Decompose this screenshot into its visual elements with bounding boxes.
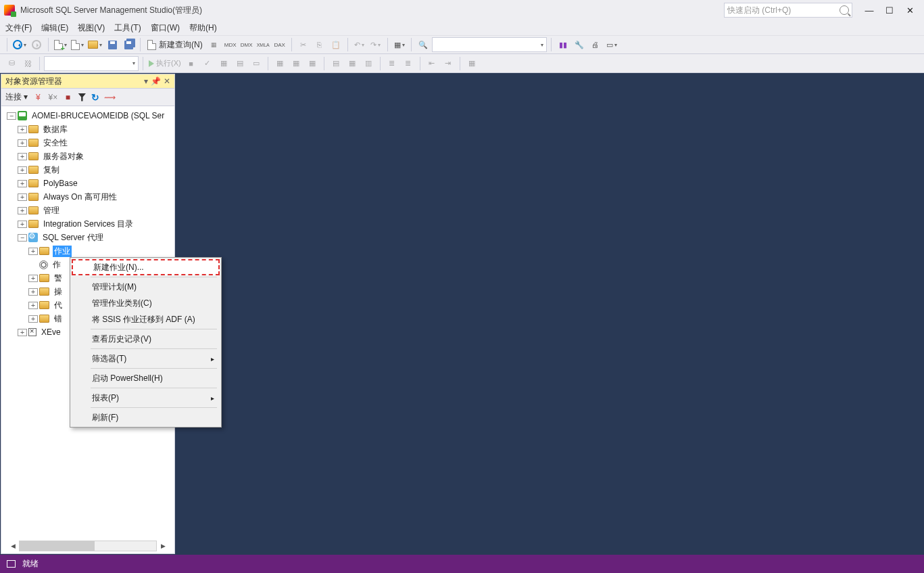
menu-edit[interactable]: 编辑(E) bbox=[41, 22, 68, 34]
menu-start-powershell[interactable]: 启动 PowerShell(H) bbox=[72, 370, 220, 386]
results-to-file-button: ▥ bbox=[361, 56, 376, 71]
panel-options-button[interactable]: ▾ bbox=[144, 76, 148, 86]
stop-button: ■ bbox=[184, 56, 199, 71]
close-button[interactable]: ✕ bbox=[900, 3, 920, 18]
panel-close-button[interactable]: ✕ bbox=[164, 76, 170, 86]
scroll-right-button[interactable]: ▶ bbox=[157, 541, 168, 551]
intellisense-button: ▭ bbox=[249, 56, 264, 71]
menu-manage-schedules[interactable]: 管理计划(M) bbox=[72, 279, 220, 295]
menu-help[interactable]: 帮助(H) bbox=[189, 22, 217, 34]
maximize-button[interactable]: ☐ bbox=[879, 3, 900, 18]
menu-window[interactable]: 窗口(W) bbox=[151, 22, 180, 34]
estimated-plan-button: ▦ bbox=[216, 56, 231, 71]
status-bar: 就绪 bbox=[0, 555, 924, 573]
xevent-icon bbox=[28, 328, 37, 336]
disconnect-icon[interactable]: ¥× bbox=[48, 93, 57, 102]
tree-security-node[interactable]: +安全性 bbox=[1, 136, 174, 150]
agent-icon bbox=[28, 233, 38, 242]
minimize-button[interactable]: — bbox=[859, 3, 879, 18]
connect-button[interactable]: 连接 ▾ bbox=[5, 91, 28, 103]
tree-server-node[interactable]: −AOMEI-BRUCE\AOMEIDB (SQL Ser bbox=[1, 109, 174, 122]
db-engine-query-button[interactable]: ▦ bbox=[207, 37, 222, 52]
menu-bar: 文件(F) 编辑(E) 视图(V) 工具(T) 窗口(W) 帮助(H) bbox=[0, 20, 924, 35]
menu-migrate-ssis[interactable]: 将 SSIS 作业迁移到 ADF (A) bbox=[72, 311, 220, 327]
panel-pin-button[interactable]: 📌 bbox=[151, 76, 161, 86]
execute-label: 执行(X) bbox=[156, 58, 181, 68]
tree-sql-agent-node[interactable]: −SQL Server 代理 bbox=[1, 231, 174, 244]
statusbar-icon bbox=[7, 560, 16, 568]
menu-view[interactable]: 视图(V) bbox=[78, 22, 105, 34]
menu-new-job[interactable]: 新建作业(N)... bbox=[72, 259, 220, 275]
new-query-button[interactable]: 新建查询(N) bbox=[145, 39, 205, 51]
quick-launch-input[interactable]: 快速启动 (Ctrl+Q) bbox=[724, 3, 852, 18]
query-icon bbox=[147, 40, 156, 50]
extension-button[interactable]: ▮▮ bbox=[556, 37, 570, 52]
scrollbar-thumb[interactable] bbox=[20, 541, 95, 551]
find-combo[interactable]: ▾ bbox=[432, 37, 547, 52]
activity-icon[interactable]: ⟿ bbox=[105, 93, 114, 102]
menu-separator bbox=[91, 329, 217, 329]
nav-back-button[interactable] bbox=[11, 37, 28, 52]
open-file-button[interactable] bbox=[87, 37, 103, 52]
folder-icon bbox=[39, 247, 49, 255]
xmla-query-button[interactable]: XMLA bbox=[256, 37, 271, 52]
window-layout-button[interactable]: ▭ bbox=[604, 37, 619, 52]
database-combo[interactable]: ▾ bbox=[44, 56, 139, 71]
mdx-query-button[interactable]: MDX bbox=[223, 37, 238, 52]
menu-tools[interactable]: 工具(T) bbox=[114, 22, 141, 34]
tree-management-node[interactable]: +管理 bbox=[1, 204, 174, 217]
tree-always-on-node[interactable]: +Always On 高可用性 bbox=[1, 190, 174, 204]
tree-polybase-node[interactable]: +PolyBase bbox=[1, 177, 174, 190]
object-explorer-toolbar: 连接 ▾ ¥ ¥× ■ ↻ ⟿ bbox=[1, 89, 174, 106]
menu-filter[interactable]: 筛选器(T) bbox=[72, 350, 220, 367]
menu-refresh[interactable]: 刷新(F) bbox=[72, 409, 220, 426]
results-to-text-button: ▤ bbox=[329, 56, 343, 71]
object-explorer-titlebar: 对象资源管理器 ▾ 📌 ✕ bbox=[1, 74, 174, 89]
scroll-left-button[interactable]: ◀ bbox=[7, 541, 18, 551]
filter-icon[interactable] bbox=[78, 93, 86, 101]
comment-button: ≣ bbox=[385, 56, 399, 71]
tree-integration-node[interactable]: +Integration Services 目录 bbox=[1, 217, 174, 231]
specify-values-button: ▦ bbox=[464, 56, 479, 71]
new-query-label: 新建查询(N) bbox=[159, 39, 203, 51]
menu-separator bbox=[91, 388, 217, 388]
menu-separator bbox=[91, 348, 217, 349]
new-item-button[interactable] bbox=[70, 37, 85, 52]
save-all-button[interactable] bbox=[121, 37, 136, 52]
undo-button: ↶ bbox=[352, 37, 367, 52]
new-project-button[interactable] bbox=[53, 37, 68, 52]
find-button[interactable]: 🔍 bbox=[416, 37, 431, 52]
app-icon bbox=[4, 5, 15, 16]
print-button[interactable]: 🖨 bbox=[588, 37, 603, 52]
tree-jobs-node[interactable]: +作业 bbox=[1, 244, 174, 258]
dax-query-button[interactable]: DAX bbox=[272, 37, 287, 52]
menu-file[interactable]: 文件(F) bbox=[5, 22, 32, 34]
paste-button: 📋 bbox=[329, 37, 343, 52]
tree-horizontal-scrollbar[interactable]: ◀ ▶ bbox=[19, 541, 157, 551]
folder-icon bbox=[28, 206, 39, 214]
folder-icon bbox=[28, 139, 39, 147]
chart-button[interactable]: ▦ bbox=[392, 37, 407, 52]
folder-icon bbox=[39, 301, 49, 309]
include-actual-plan-button: ▦ bbox=[272, 56, 287, 71]
connect-icon[interactable]: ¥ bbox=[33, 93, 43, 102]
folder-icon bbox=[28, 166, 39, 174]
redo-button: ↷ bbox=[368, 37, 383, 52]
save-button[interactable] bbox=[105, 37, 120, 52]
tree-databases-node[interactable]: +数据库 bbox=[1, 122, 174, 136]
sql-toolbar: ⛁ ⛓ ▾ 执行(X) ■ ✓ ▦ ▤ ▭ ▦ ▦ ▦ ▤ ▦ ▥ ≣ ≣ ⇤ … bbox=[0, 54, 924, 73]
tools-button[interactable]: 🔧 bbox=[572, 37, 587, 52]
folder-icon bbox=[39, 315, 49, 323]
folder-icon bbox=[28, 125, 39, 133]
menu-view-history[interactable]: 查看历史记录(V) bbox=[72, 331, 220, 347]
query-options-button: ▤ bbox=[233, 56, 247, 71]
tree-replication-node[interactable]: +复制 bbox=[1, 163, 174, 177]
dmx-query-button[interactable]: DMX bbox=[239, 37, 254, 52]
menu-reports[interactable]: 报表(P) bbox=[72, 390, 220, 406]
menu-separator bbox=[91, 368, 217, 369]
tree-server-objects-node[interactable]: +服务器对象 bbox=[1, 150, 174, 163]
refresh-icon[interactable]: ↻ bbox=[91, 92, 99, 103]
stop-icon[interactable]: ■ bbox=[63, 93, 72, 102]
menu-manage-categories[interactable]: 管理作业类别(C) bbox=[72, 295, 220, 311]
play-icon bbox=[149, 60, 154, 67]
